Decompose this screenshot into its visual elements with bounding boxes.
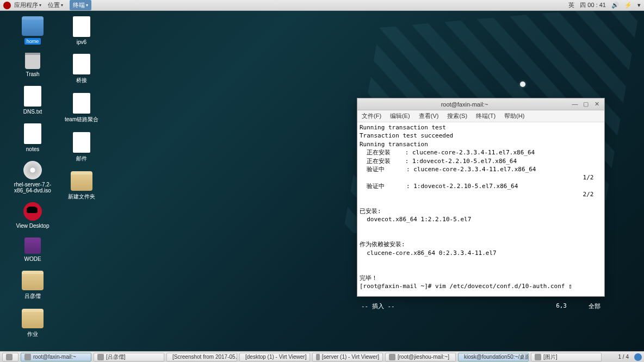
taskbar-item[interactable]: kiosk@foundation50:~/桌面 [458, 353, 529, 361]
applications-menu-label: 应用程序 [14, 1, 38, 9]
window-icon [535, 354, 541, 360]
task-list: root@faxin-mail:~[吕彦儒][Screenshot from 2… [21, 353, 604, 361]
desktop-icon[interactable]: team链路聚合 [60, 93, 103, 123]
desktop-icon-label: WODE [24, 256, 41, 262]
window-icon [316, 354, 320, 360]
bg-dot [520, 82, 525, 87]
terminal-menu-label: 终端 [73, 1, 85, 9]
taskbar-item-label: [root@jieshou-mail:~] [398, 354, 449, 360]
desktop-icon-label: DNS.txt [23, 109, 42, 115]
desktop-icon-label: ipv6 [77, 39, 86, 45]
bottom-taskbar: root@faxin-mail:~[吕彦儒][Screenshot from 2… [0, 351, 644, 362]
terminal-window[interactable]: root@faxin-mail:~ — ▢ ✕ 文件(F)编辑(E)查看(V)搜… [357, 98, 605, 297]
trash-icon [25, 53, 40, 69]
desktop-icon-label: team链路聚合 [65, 116, 98, 123]
terminal-menu-item[interactable]: 搜索(S) [447, 112, 467, 120]
desktop-icon[interactable]: 吕彦儒 [11, 271, 54, 300]
desktop-icon[interactable]: 作业 [11, 309, 54, 338]
folder-icon [22, 16, 44, 36]
desktop-icon[interactable]: ipv6 [60, 16, 103, 45]
vim-status-line: -- 插入 -- 6,3 全部 [357, 302, 605, 310]
workspace-switcher-icon[interactable] [634, 353, 642, 361]
input-method-indicator[interactable]: 英 [568, 1, 574, 9]
desktop-icon-label: 新建文件夹 [68, 193, 95, 201]
vim-cursor-position: 6,3 [556, 302, 567, 310]
terminal-output[interactable]: Running transaction test Transaction tes… [357, 122, 604, 296]
window-icon [97, 354, 104, 360]
window-icon [389, 354, 395, 360]
file-icon [73, 93, 90, 114]
taskbar-item-label: [图片] [543, 353, 558, 361]
close-button[interactable]: ✕ [592, 101, 601, 108]
window-icon [24, 354, 31, 360]
terminal-menu-item[interactable]: 编辑(E) [390, 112, 410, 120]
terminal-menu-item[interactable]: 帮助(H) [504, 112, 524, 120]
taskbar-item[interactable]: [desktop (1) - Virt Viewer] [239, 353, 310, 361]
desktop-icon[interactable]: 邮件 [60, 132, 103, 163]
taskbar-item-label: [吕彦儒] [106, 353, 126, 361]
drive-icon [24, 238, 41, 254]
desktop-icon-label: 桥接 [76, 77, 87, 84]
places-menu-label: 位置 [48, 1, 60, 9]
taskbar-item[interactable]: [server (1) - Virt Viewer] [312, 353, 383, 361]
desktop-icon-label: Trash [26, 71, 39, 77]
top-menu-bar: 应用程序▾ 位置▾ 终端▾ 英 四 00 : 41 🔊 ⚡ ▾ [0, 0, 644, 11]
desktop-icon[interactable]: 桥接 [60, 54, 103, 84]
workspace-indicator[interactable]: 1 / 4 [618, 354, 629, 360]
desktop-icon[interactable]: 新建文件夹 [60, 171, 103, 201]
power-icon[interactable]: ▾ [637, 2, 641, 9]
taskbar-item[interactable]: [吕彦儒] [94, 353, 164, 361]
file-icon [24, 86, 41, 107]
desktop-icon[interactable]: Trash [11, 53, 54, 77]
desktop-icon-label: 吕彦儒 [24, 292, 41, 300]
desktop-icon[interactable]: View Desktop [11, 202, 54, 229]
desktop-icon[interactable]: home [11, 16, 54, 44]
terminal-menu-item[interactable]: 文件(F) [362, 112, 381, 120]
folder-tan-icon [22, 271, 44, 290]
desktop-icon[interactable]: DNS.txt [11, 86, 54, 115]
desktop-icon[interactable]: WODE [11, 238, 54, 262]
desktop-icon-label: 邮件 [76, 155, 87, 163]
show-desktop-icon [6, 354, 13, 360]
minimize-button[interactable]: — [571, 101, 579, 108]
terminal-menu-item[interactable]: 终端(T) [476, 112, 496, 120]
file-icon [24, 123, 41, 144]
desktop-icon-label: notes [26, 146, 39, 152]
folder-tan-icon [22, 309, 44, 328]
taskbar-item[interactable]: [root@jieshou-mail:~] [385, 353, 456, 361]
terminal-menu[interactable]: 终端▾ [70, 0, 91, 10]
taskbar-item-label: [Screenshot from 2017-05… [172, 354, 237, 360]
volume-icon[interactable]: 🔊 [611, 2, 619, 9]
folder-tan-icon [71, 171, 92, 191]
hat-icon [23, 202, 42, 221]
desktop-icon-label: home [24, 38, 41, 44]
window-title: root@faxin-mail:~ [361, 101, 568, 108]
desktop-icon-label: View Desktop [16, 223, 49, 229]
desktop-icon-column-1: homeTrashDNS.txtnotesrhel-server-7.2-x86… [11, 16, 54, 347]
taskbar-item-label: root@faxin-mail:~ [33, 354, 76, 360]
desktop[interactable]: homeTrashDNS.txtnotesrhel-server-7.2-x86… [0, 11, 644, 351]
applications-menu[interactable]: 应用程序▾ [14, 1, 41, 9]
taskbar-item[interactable]: root@faxin-mail:~ [21, 353, 91, 361]
terminal-menu-item[interactable]: 查看(V) [419, 112, 439, 120]
file-icon [73, 54, 90, 74]
vim-mode: -- 插入 -- [361, 302, 395, 310]
taskbar-item[interactable]: [图片] [531, 353, 602, 361]
desktop-icon-label: rhel-server-7.2-x86_64-dvd.iso [11, 182, 54, 194]
places-menu[interactable]: 位置▾ [48, 1, 63, 9]
desktop-icon[interactable]: rhel-server-7.2-x86_64-dvd.iso [11, 161, 54, 194]
file-icon [73, 16, 90, 37]
desktop-icon[interactable]: notes [11, 123, 54, 152]
maximize-button[interactable]: ▢ [581, 101, 590, 108]
battery-icon[interactable]: ⚡ [624, 2, 632, 9]
file-icon [73, 132, 90, 153]
disc-icon [23, 161, 42, 179]
taskbar-item-label: [desktop (1) - Virt Viewer] [245, 354, 306, 360]
terminal-menubar: 文件(F)编辑(E)查看(V)搜索(S)终端(T)帮助(H) [357, 110, 604, 122]
clock[interactable]: 四 00 : 41 [580, 1, 606, 9]
show-desktop-button[interactable] [2, 353, 18, 361]
taskbar-item[interactable]: [Screenshot from 2017-05… [166, 353, 237, 361]
vim-scroll-position: 全部 [589, 302, 600, 310]
window-titlebar[interactable]: root@faxin-mail:~ — ▢ ✕ [357, 98, 604, 110]
distro-logo-icon [3, 2, 11, 9]
